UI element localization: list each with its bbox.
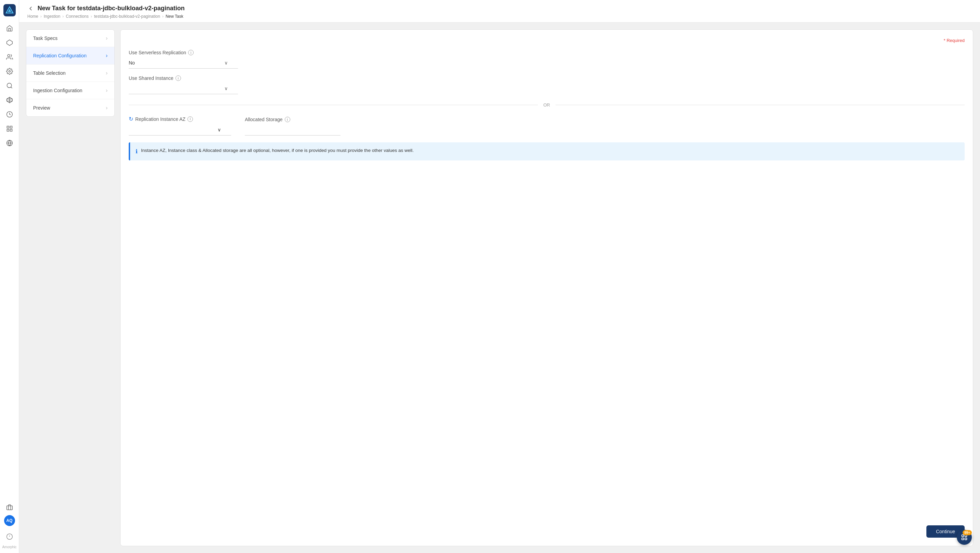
svg-line-5 — [11, 87, 12, 88]
main-content: New Task for testdata-jdbc-bulkload-v2-p… — [19, 0, 980, 553]
chevron-icon: › — [106, 87, 108, 94]
sidebar-group-icon[interactable] — [3, 122, 16, 135]
nav-item-task-specs[interactable]: Task Specs › — [26, 30, 115, 47]
svg-point-4 — [7, 83, 11, 88]
page-title: New Task for testdata-jdbc-bulkload-v2-p… — [38, 5, 185, 12]
breadcrumb-ingestion[interactable]: Ingestion — [44, 14, 60, 19]
svg-rect-11 — [7, 126, 9, 128]
avatar[interactable]: AQ — [4, 515, 15, 526]
breadcrumb-home[interactable]: Home — [27, 14, 38, 19]
sidebar-pipeline-icon[interactable] — [3, 36, 16, 49]
shared-instance-info-icon[interactable]: i — [175, 75, 181, 81]
info-banner-icon: ℹ — [135, 148, 138, 156]
svg-point-3 — [8, 71, 10, 72]
nav-item-table-selection[interactable]: Table Selection › — [26, 65, 115, 82]
storage-info-icon[interactable]: i — [285, 117, 290, 122]
page-header: New Task for testdata-jdbc-bulkload-v2-p… — [19, 0, 980, 22]
serverless-replication-select[interactable]: No ∨ — [129, 57, 238, 68]
left-nav: Task Specs › Replication Configuration ›… — [26, 29, 115, 117]
shared-instance-select[interactable]: ∨ — [129, 83, 238, 94]
serverless-replication-label: Use Serverless Replication — [129, 50, 186, 55]
nav-item-ingestion-configuration[interactable]: Ingestion Configuration › — [26, 82, 115, 99]
sidebar-settings-icon[interactable] — [3, 65, 16, 78]
info-banner: ℹ Instance AZ, Instance class & Allocate… — [129, 142, 965, 160]
replication-az-select[interactable]: ∨ — [129, 124, 231, 135]
sidebar: AQ Amorphic — [0, 0, 19, 553]
page-body: Task Specs › Replication Configuration ›… — [19, 22, 980, 553]
svg-point-2 — [8, 55, 10, 57]
brand-label: Amorphic — [2, 545, 16, 549]
svg-rect-14 — [10, 129, 12, 132]
svg-rect-17 — [6, 506, 12, 510]
replication-az-field: ↻ Replication Instance AZ i ∨ — [129, 116, 231, 135]
allocated-storage-input[interactable] — [245, 124, 340, 135]
nav-item-replication-configuration[interactable]: Replication Configuration › — [26, 47, 115, 65]
instance-row: ↻ Replication Instance AZ i ∨ Allocated … — [129, 116, 965, 135]
refresh-icon[interactable]: ↻ — [129, 116, 133, 122]
shared-instance-label: Use Shared Instance — [129, 75, 173, 81]
chevron-icon: › — [106, 70, 108, 76]
svg-rect-12 — [10, 126, 12, 128]
svg-rect-21 — [962, 535, 964, 537]
chevron-down-icon: ∨ — [224, 60, 228, 65]
required-label: * Required — [129, 38, 965, 43]
az-info-icon[interactable]: i — [188, 116, 193, 122]
info-banner-text: Instance AZ, Instance class & Allocated … — [141, 147, 414, 154]
breadcrumb-current: New Task — [165, 14, 183, 19]
notification-badge: 99+ — [963, 530, 972, 535]
sidebar-briefcase-icon[interactable] — [3, 501, 16, 514]
svg-marker-1 — [6, 40, 12, 46]
nav-item-preview[interactable]: Preview › — [26, 99, 115, 116]
sidebar-network-icon[interactable] — [3, 94, 16, 106]
sidebar-globe-icon[interactable] — [3, 137, 16, 149]
breadcrumb: Home › Ingestion › Connections › testdat… — [27, 14, 972, 19]
sidebar-home-icon[interactable] — [3, 22, 16, 35]
right-panel: * Required Use Serverless Replication i … — [120, 29, 973, 546]
chevron-down-icon: ∨ — [218, 127, 221, 132]
allocated-storage-label: Allocated Storage — [245, 117, 283, 122]
svg-rect-23 — [962, 538, 964, 540]
serverless-replication-field: Use Serverless Replication i No ∨ — [129, 50, 965, 68]
chevron-icon: › — [106, 35, 108, 41]
sidebar-search-icon[interactable] — [3, 79, 16, 92]
breadcrumb-connections[interactable]: Connections — [66, 14, 89, 19]
sidebar-users-icon[interactable] — [3, 51, 16, 64]
panel-footer: Continue — [129, 520, 965, 538]
replication-az-label: Replication Instance AZ — [135, 116, 185, 122]
or-divider: OR — [129, 102, 965, 108]
serverless-value: No — [129, 60, 135, 65]
svg-rect-24 — [965, 538, 967, 540]
serverless-info-icon[interactable]: i — [188, 50, 194, 55]
shared-instance-field: Use Shared Instance i ∨ — [129, 75, 965, 94]
chevron-icon: › — [106, 105, 108, 111]
svg-rect-13 — [7, 129, 9, 132]
sidebar-clock-icon[interactable] — [3, 108, 16, 121]
chevron-down-icon: ∨ — [224, 86, 228, 91]
chevron-icon: › — [106, 52, 108, 59]
app-logo[interactable] — [3, 4, 16, 16]
breadcrumb-datasource[interactable]: testdata-jdbc-bulkload-v2-pagination — [94, 14, 160, 19]
info-icon[interactable] — [3, 530, 16, 543]
back-button[interactable] — [27, 5, 34, 12]
allocated-storage-field: Allocated Storage i — [245, 117, 340, 135]
